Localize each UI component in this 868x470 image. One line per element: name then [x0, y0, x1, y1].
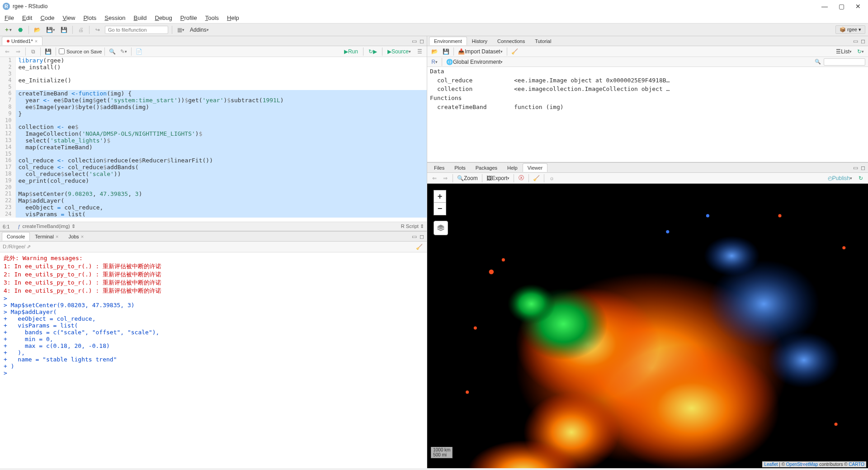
console-output[interactable]: 此外: Warning messages:1: In ee_utils_py_t…: [0, 252, 427, 468]
zoom-out-button[interactable]: −: [434, 203, 446, 215]
layers-button[interactable]: [434, 221, 448, 235]
env-search-input[interactable]: [824, 58, 865, 66]
menu-help[interactable]: Help: [227, 14, 239, 21]
menu-edit[interactable]: Edit: [22, 14, 32, 21]
run-button[interactable]: ▶ Run: [343, 47, 359, 56]
viewer-maximize-button[interactable]: ◻: [861, 165, 865, 171]
import-dataset-button[interactable]: 📥 Import Dataset: [457, 47, 504, 56]
load-workspace-button[interactable]: 📂: [430, 47, 439, 56]
viewer-forward-button[interactable]: ⇒: [441, 174, 450, 183]
forward-button[interactable]: ⇒: [14, 47, 23, 56]
menu-file[interactable]: File: [5, 14, 14, 21]
print-button[interactable]: 🖨: [76, 25, 85, 34]
refresh-env-button[interactable]: ↻: [856, 47, 865, 56]
tab-plots[interactable]: Plots: [449, 163, 470, 172]
cursor-position: 6:1: [3, 224, 9, 229]
source-on-save-checkbox[interactable]: [59, 48, 65, 54]
grid-button[interactable]: ▦: [176, 25, 186, 34]
minimize-button[interactable]: —: [821, 3, 828, 10]
maximize-button[interactable]: ▢: [839, 3, 844, 10]
svg-point-3: [604, 344, 780, 468]
source-language[interactable]: R Script ⇕: [401, 223, 424, 229]
viewer-zoom-button[interactable]: 🔍 Zoom: [456, 174, 479, 183]
menu-plots[interactable]: Plots: [83, 14, 96, 21]
tab-console[interactable]: Console: [2, 232, 30, 241]
goto-file-input[interactable]: [105, 26, 168, 34]
close-tab-button[interactable]: ×: [35, 38, 38, 44]
goto-button[interactable]: ↪: [93, 25, 102, 34]
tab-history[interactable]: History: [467, 37, 492, 45]
menu-debug[interactable]: Debug: [155, 14, 172, 21]
close-window-button[interactable]: ✕: [855, 3, 861, 10]
new-file-button[interactable]: ＋: [3, 25, 13, 34]
source-statusbar: 6:1 ƒ createTimeBand(img) ⇕ R Script ⇕: [0, 222, 427, 231]
tab-tutorial[interactable]: Tutorial: [530, 37, 556, 45]
viewer-body[interactable]: + − 1000 km 500 mi Leaflet | © OpenStree…: [427, 184, 868, 468]
svg-point-10: [704, 236, 760, 276]
minimize-pane-button[interactable]: ▭: [412, 38, 417, 44]
wand-button[interactable]: ✎: [119, 47, 128, 56]
back-button[interactable]: ⇐: [3, 47, 12, 56]
viewer-publish-button[interactable]: ◴ Publish: [826, 174, 854, 183]
tab-viewer[interactable]: Viewer: [523, 163, 547, 172]
outline-button[interactable]: ☰: [415, 47, 424, 56]
addins-button[interactable]: Addins: [189, 25, 210, 34]
env-row[interactable]: col_reduce<ee.image.Image object at 0x00…: [428, 76, 867, 84]
save-workspace-button[interactable]: 💾: [441, 47, 451, 56]
viewer-remove-button[interactable]: ⓧ: [517, 174, 526, 183]
viewer-sync-button[interactable]: ☼: [547, 174, 556, 183]
source-pane: Untitled1* × ▭ ◻ ⇐ ⇒ ⧉ 💾 Source on Save: [0, 36, 427, 231]
tab-connections[interactable]: Connections: [492, 37, 530, 45]
menu-profile[interactable]: Profile: [180, 14, 197, 21]
tab-packages[interactable]: Packages: [471, 163, 502, 172]
code-editor[interactable]: 1library(rgee)2ee_install()34ee_Initiali…: [0, 57, 427, 222]
find-button[interactable]: 🔍: [108, 47, 117, 56]
menu-view[interactable]: View: [62, 14, 75, 21]
env-row[interactable]: collection<ee.imagecollection.ImageColle…: [428, 85, 867, 93]
env-scope-selector[interactable]: 🌐 Global Environment: [445, 57, 504, 66]
env-maximize-button[interactable]: ◻: [861, 38, 865, 44]
zoom-in-button[interactable]: +: [434, 190, 446, 203]
menu-code[interactable]: Code: [40, 14, 54, 21]
console-minimize-button[interactable]: ▭: [412, 233, 417, 240]
viewer-back-button[interactable]: ⇐: [430, 174, 439, 183]
viewer-clear-button[interactable]: 🧹: [532, 174, 541, 183]
open-file-button[interactable]: 📂: [33, 25, 42, 34]
menu-tools[interactable]: Tools: [205, 14, 219, 21]
source-tab-untitled1[interactable]: Untitled1* ×: [2, 37, 42, 45]
source-button[interactable]: ▶ Source: [386, 47, 412, 56]
tab-terminal[interactable]: Terminal ×: [30, 232, 63, 241]
menu-build[interactable]: Build: [134, 14, 147, 21]
viewer-export-button[interactable]: 🖼 Export: [485, 174, 511, 183]
working-directory[interactable]: D:/R/rgee/ ⇗: [3, 244, 31, 250]
attribution-leaflet-link[interactable]: Leaflet: [764, 462, 778, 467]
env-language-selector[interactable]: R: [430, 57, 439, 66]
console-maximize-button[interactable]: ◻: [420, 233, 424, 240]
tab-files[interactable]: Files: [429, 163, 449, 172]
viewer-refresh-button[interactable]: ↻: [856, 174, 865, 183]
save-all-button[interactable]: 💾: [59, 25, 69, 34]
tab-jobs[interactable]: Jobs ×: [63, 232, 89, 241]
rerun-button[interactable]: ↻▶: [367, 47, 378, 56]
new-project-button[interactable]: ⬣: [16, 25, 25, 34]
tab-environment[interactable]: Environment: [429, 37, 467, 45]
env-row[interactable]: createTimeBandfunction (img): [428, 103, 867, 111]
env-minimize-button[interactable]: ▭: [853, 38, 858, 44]
save-button[interactable]: 💾: [45, 25, 57, 34]
project-badge[interactable]: 📦 rgee ▾: [835, 25, 865, 34]
view-mode-button[interactable]: ☰ List: [835, 47, 853, 56]
viewer-minimize-button[interactable]: ▭: [853, 165, 858, 171]
save-source-button[interactable]: 💾: [43, 47, 53, 56]
clear-env-button[interactable]: 🧹: [510, 47, 519, 56]
attribution-osm-link[interactable]: OpenStreetMap: [786, 462, 818, 467]
show-new-window-button[interactable]: ⧉: [28, 47, 38, 56]
menu-session[interactable]: Session: [104, 14, 125, 21]
maximize-pane-button[interactable]: ◻: [420, 38, 424, 44]
svg-point-17: [466, 390, 469, 394]
tab-help[interactable]: Help: [502, 163, 523, 172]
compile-report-button[interactable]: 📄: [134, 47, 144, 56]
map-canvas[interactable]: [427, 184, 868, 468]
function-breadcrumb[interactable]: createTimeBand(img) ⇕: [22, 223, 75, 229]
attribution-carto-link[interactable]: CARTO: [849, 462, 864, 467]
clear-console-button[interactable]: 🧹: [415, 242, 424, 252]
